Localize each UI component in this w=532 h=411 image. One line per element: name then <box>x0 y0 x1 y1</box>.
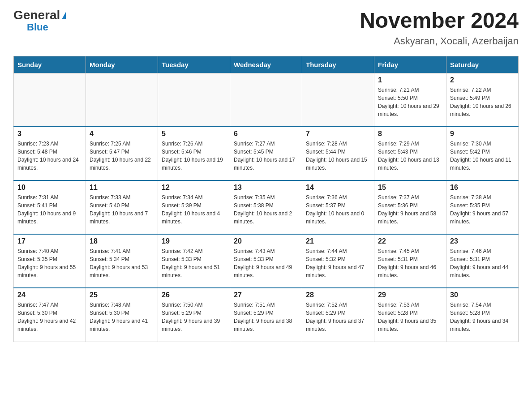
page-subtitle: Askyaran, Xocali, Azerbaijan <box>360 35 519 47</box>
day-info: Sunrise: 7:44 AM Sunset: 5:32 PM Dayligh… <box>306 247 370 279</box>
day-number: 16 <box>450 184 515 192</box>
day-info: Sunrise: 7:52 AM Sunset: 5:29 PM Dayligh… <box>306 301 370 333</box>
day-info: Sunrise: 7:54 AM Sunset: 5:28 PM Dayligh… <box>450 301 515 333</box>
header-wednesday: Wednesday <box>230 56 302 73</box>
header-monday: Monday <box>86 56 158 73</box>
day-number: 4 <box>90 130 154 138</box>
day-info: Sunrise: 7:26 AM Sunset: 5:46 PM Dayligh… <box>162 140 226 172</box>
table-row: 13Sunrise: 7:35 AM Sunset: 5:38 PM Dayli… <box>230 180 302 234</box>
page-title: November 2024 <box>360 9 519 33</box>
table-row: 16Sunrise: 7:38 AM Sunset: 5:35 PM Dayli… <box>446 180 519 234</box>
table-row: 22Sunrise: 7:45 AM Sunset: 5:31 PM Dayli… <box>374 234 446 288</box>
day-info: Sunrise: 7:31 AM Sunset: 5:41 PM Dayligh… <box>17 193 82 226</box>
day-info: Sunrise: 7:53 AM Sunset: 5:28 PM Dayligh… <box>378 301 442 333</box>
table-row: 24Sunrise: 7:47 AM Sunset: 5:30 PM Dayli… <box>14 288 86 342</box>
logo: General Blue <box>13 9 66 33</box>
table-row: 1Sunrise: 7:21 AM Sunset: 5:50 PM Daylig… <box>374 73 446 127</box>
day-info: Sunrise: 7:46 AM Sunset: 5:31 PM Dayligh… <box>450 247 515 279</box>
logo-blue-text: Blue <box>27 21 48 33</box>
table-row <box>302 73 374 127</box>
day-number: 30 <box>450 291 515 299</box>
header-tuesday: Tuesday <box>158 56 230 73</box>
day-number: 25 <box>90 291 154 299</box>
day-info: Sunrise: 7:29 AM Sunset: 5:43 PM Dayligh… <box>378 140 442 172</box>
table-row: 2Sunrise: 7:22 AM Sunset: 5:49 PM Daylig… <box>446 73 519 127</box>
table-row: 11Sunrise: 7:33 AM Sunset: 5:40 PM Dayli… <box>86 180 158 234</box>
day-info: Sunrise: 7:25 AM Sunset: 5:47 PM Dayligh… <box>90 140 154 172</box>
table-row: 23Sunrise: 7:46 AM Sunset: 5:31 PM Dayli… <box>446 234 519 288</box>
day-number: 8 <box>378 130 442 138</box>
day-number: 24 <box>17 291 82 299</box>
day-info: Sunrise: 7:42 AM Sunset: 5:33 PM Dayligh… <box>162 247 226 279</box>
calendar-header-row: Sunday Monday Tuesday Wednesday Thursday… <box>14 56 519 73</box>
day-info: Sunrise: 7:43 AM Sunset: 5:33 PM Dayligh… <box>234 247 298 279</box>
day-number: 2 <box>450 76 515 84</box>
day-info: Sunrise: 7:47 AM Sunset: 5:30 PM Dayligh… <box>17 301 82 333</box>
day-number: 9 <box>450 130 515 138</box>
table-row: 25Sunrise: 7:48 AM Sunset: 5:30 PM Dayli… <box>86 288 158 342</box>
table-row: 5Sunrise: 7:26 AM Sunset: 5:46 PM Daylig… <box>158 127 230 180</box>
table-row: 19Sunrise: 7:42 AM Sunset: 5:33 PM Dayli… <box>158 234 230 288</box>
table-row: 3Sunrise: 7:23 AM Sunset: 5:48 PM Daylig… <box>14 127 86 180</box>
table-row: 17Sunrise: 7:40 AM Sunset: 5:35 PM Dayli… <box>14 234 86 288</box>
day-number: 27 <box>234 291 298 299</box>
day-info: Sunrise: 7:23 AM Sunset: 5:48 PM Dayligh… <box>17 140 82 172</box>
table-row: 21Sunrise: 7:44 AM Sunset: 5:32 PM Dayli… <box>302 234 374 288</box>
day-number: 3 <box>17 130 82 138</box>
table-row: 8Sunrise: 7:29 AM Sunset: 5:43 PM Daylig… <box>374 127 446 180</box>
day-number: 26 <box>162 291 226 299</box>
calendar-week-row: 1Sunrise: 7:21 AM Sunset: 5:50 PM Daylig… <box>14 73 519 127</box>
day-info: Sunrise: 7:28 AM Sunset: 5:44 PM Dayligh… <box>306 140 370 172</box>
header-thursday: Thursday <box>302 56 374 73</box>
table-row: 4Sunrise: 7:25 AM Sunset: 5:47 PM Daylig… <box>86 127 158 180</box>
day-info: Sunrise: 7:21 AM Sunset: 5:50 PM Dayligh… <box>378 86 442 118</box>
day-info: Sunrise: 7:27 AM Sunset: 5:45 PM Dayligh… <box>234 140 298 172</box>
day-number: 28 <box>306 291 370 299</box>
day-number: 20 <box>234 237 298 245</box>
day-info: Sunrise: 7:37 AM Sunset: 5:36 PM Dayligh… <box>378 193 442 226</box>
title-section: November 2024 Askyaran, Xocali, Azerbaij… <box>360 9 519 47</box>
day-number: 29 <box>378 291 442 299</box>
day-number: 19 <box>162 237 226 245</box>
calendar-week-row: 24Sunrise: 7:47 AM Sunset: 5:30 PM Dayli… <box>14 288 519 342</box>
header-sunday: Sunday <box>14 56 86 73</box>
day-number: 15 <box>378 184 442 192</box>
day-number: 11 <box>90 184 154 192</box>
table-row: 14Sunrise: 7:36 AM Sunset: 5:37 PM Dayli… <box>302 180 374 234</box>
table-row: 9Sunrise: 7:30 AM Sunset: 5:42 PM Daylig… <box>446 127 519 180</box>
table-row: 6Sunrise: 7:27 AM Sunset: 5:45 PM Daylig… <box>230 127 302 180</box>
table-row: 18Sunrise: 7:41 AM Sunset: 5:34 PM Dayli… <box>86 234 158 288</box>
day-info: Sunrise: 7:30 AM Sunset: 5:42 PM Dayligh… <box>450 140 515 172</box>
day-info: Sunrise: 7:48 AM Sunset: 5:30 PM Dayligh… <box>90 301 154 333</box>
table-row: 27Sunrise: 7:51 AM Sunset: 5:29 PM Dayli… <box>230 288 302 342</box>
table-row: 20Sunrise: 7:43 AM Sunset: 5:33 PM Dayli… <box>230 234 302 288</box>
day-number: 5 <box>162 130 226 138</box>
day-info: Sunrise: 7:41 AM Sunset: 5:34 PM Dayligh… <box>90 247 154 279</box>
day-info: Sunrise: 7:33 AM Sunset: 5:40 PM Dayligh… <box>90 193 154 226</box>
page-header: General Blue November 2024 Askyaran, Xoc… <box>13 9 519 47</box>
day-info: Sunrise: 7:34 AM Sunset: 5:39 PM Dayligh… <box>162 193 226 226</box>
day-number: 14 <box>306 184 370 192</box>
logo-general-text: General <box>13 9 66 21</box>
day-info: Sunrise: 7:38 AM Sunset: 5:35 PM Dayligh… <box>450 193 515 226</box>
day-number: 12 <box>162 184 226 192</box>
calendar-week-row: 3Sunrise: 7:23 AM Sunset: 5:48 PM Daylig… <box>14 127 519 180</box>
day-number: 23 <box>450 237 515 245</box>
table-row <box>158 73 230 127</box>
table-row: 15Sunrise: 7:37 AM Sunset: 5:36 PM Dayli… <box>374 180 446 234</box>
day-number: 17 <box>17 237 82 245</box>
day-info: Sunrise: 7:45 AM Sunset: 5:31 PM Dayligh… <box>378 247 442 279</box>
day-number: 21 <box>306 237 370 245</box>
table-row: 7Sunrise: 7:28 AM Sunset: 5:44 PM Daylig… <box>302 127 374 180</box>
day-number: 1 <box>378 76 442 84</box>
day-number: 7 <box>306 130 370 138</box>
header-saturday: Saturday <box>446 56 519 73</box>
table-row <box>230 73 302 127</box>
day-info: Sunrise: 7:50 AM Sunset: 5:29 PM Dayligh… <box>162 301 226 333</box>
table-row: 30Sunrise: 7:54 AM Sunset: 5:28 PM Dayli… <box>446 288 519 342</box>
logo-triangle-icon <box>62 12 66 19</box>
calendar-week-row: 10Sunrise: 7:31 AM Sunset: 5:41 PM Dayli… <box>14 180 519 234</box>
table-row <box>14 73 86 127</box>
day-info: Sunrise: 7:22 AM Sunset: 5:49 PM Dayligh… <box>450 86 515 118</box>
calendar-week-row: 17Sunrise: 7:40 AM Sunset: 5:35 PM Dayli… <box>14 234 519 288</box>
